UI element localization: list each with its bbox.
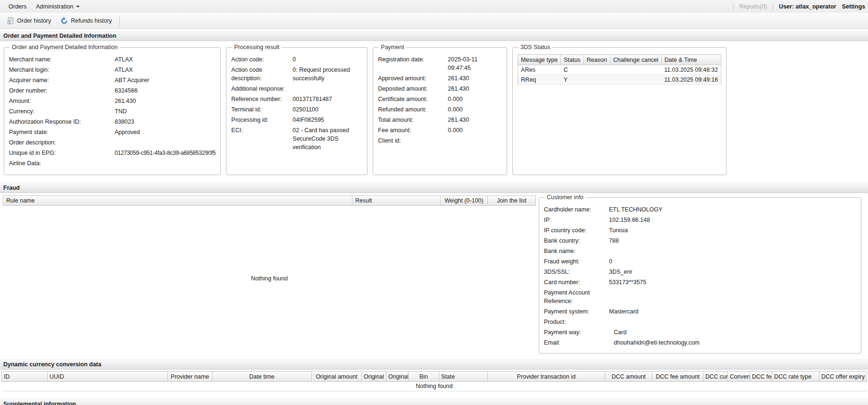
field-value: Card (609, 328, 856, 337)
field-value: 838023 (115, 118, 216, 126)
field-value: 04IF082595 (292, 116, 362, 124)
field-value: Tunisia (609, 226, 856, 235)
field-value: ATLAX (115, 55, 216, 64)
processing-result-rows: Action code:0 Action code description:0:… (231, 51, 362, 152)
customer-info-rows: Cardholder name:ETL TECHNOLOGY IP:102.15… (544, 202, 856, 347)
field-row: Payment system:Mastercard (544, 307, 856, 316)
fraud-table-header: Rule name Result Weight (0-100) Join the… (3, 195, 536, 206)
cell: C (561, 65, 584, 75)
customer-info-legend: Customer info (545, 194, 585, 201)
column-header: Status (561, 55, 584, 65)
field-label: Order number: (9, 86, 115, 95)
field-label: Currency: (9, 107, 115, 116)
field-row: 3DS/SSL:3DS_enr (544, 268, 856, 276)
field-row: Terminal id:02501100 (231, 105, 362, 114)
column-header: Original c (386, 371, 409, 382)
order-history-icon (7, 17, 14, 25)
column-header: ID (2, 371, 48, 382)
column-header: DCC curr (703, 371, 728, 382)
threeds-status-legend: 3DS Status (518, 44, 552, 51)
order-history-button[interactable]: Order history (3, 15, 55, 26)
field-label: Registration date: (378, 55, 448, 64)
fraud-table: Rule name Result Weight (0-100) Join the… (3, 193, 536, 351)
refunds-history-button[interactable]: Refunds history (57, 15, 116, 26)
field-row: Product: (544, 318, 856, 326)
order-history-label: Order history (17, 17, 51, 24)
column-header: State (439, 371, 488, 382)
column-header: Provider name (168, 371, 212, 382)
supplemental-section-title: Supplemental information (3, 401, 76, 405)
menu-orders-label: Orders (8, 3, 26, 10)
field-label: Additional response: (231, 84, 292, 93)
field-value: Mastercard (609, 307, 856, 316)
field-row: Acquirer name:ABT Acquirer (9, 76, 216, 84)
field-row: Currency:TND (9, 107, 216, 116)
field-value: 261.430 (115, 97, 216, 105)
fraud-section-header: Fraud (0, 183, 868, 193)
field-value: 788 (609, 236, 856, 245)
column-header: Join the list (488, 196, 535, 205)
field-row: Approved amount:261.430 (378, 74, 502, 83)
field-value: 001371781487 (292, 95, 362, 103)
separator (773, 3, 773, 10)
field-row: Refunded amount:0.000 (378, 105, 502, 114)
field-value: ATLAX (115, 66, 216, 74)
field-value: 261.430 (448, 74, 502, 83)
field-value: 261.430 (448, 116, 502, 124)
supplemental-section-header: Supplemental information (0, 399, 868, 405)
settings-link[interactable]: Settings (842, 3, 865, 10)
dcc-empty-row: Nothing found (2, 382, 867, 391)
field-label: Fraud weight: (544, 257, 609, 266)
processing-result-legend: Processing result (232, 44, 281, 51)
column-header: Date & Time (661, 55, 721, 65)
field-label: Refunded amount: (378, 105, 448, 114)
threeds-status-panel: 3DS Status Message type Status Reason Ch… (512, 44, 726, 175)
field-label: Action code: (231, 55, 292, 64)
table-row: ARes C 11.03.2025 09:48:32 (518, 65, 721, 75)
cell (610, 75, 661, 85)
menubar: Orders Administration Reports(0) User: a… (0, 0, 868, 13)
field-label: ECI: (231, 126, 292, 135)
field-row: Client id: (378, 136, 502, 145)
field-row: Action code description:0: Request proce… (231, 66, 362, 83)
chevron-down-icon (76, 6, 80, 8)
field-value: ABT Acquirer (115, 76, 216, 84)
field-label: Email: (544, 338, 609, 347)
current-user-label: User: atlax_operator (779, 3, 836, 10)
fraud-section: Rule name Result Weight (0-100) Join the… (0, 193, 868, 359)
menu-administration[interactable]: Administration (31, 3, 84, 10)
column-header: Provider transaction id (488, 371, 605, 382)
order-info-panel: Order and Payment Detailed Information M… (4, 44, 221, 175)
column-header: DCC rate type (772, 371, 819, 382)
main-section-header: Order and Payment Detailed Information (0, 31, 868, 41)
field-row: Order number:6324566 (9, 86, 216, 95)
menu-orders[interactable]: Orders (4, 3, 31, 10)
cell (584, 75, 610, 85)
cell (584, 65, 610, 75)
field-value: 102.159.66.148 (609, 216, 856, 224)
column-header: DCC amount (605, 371, 652, 382)
field-value: 533173**3575 (609, 278, 856, 287)
field-value: 261.430 (448, 84, 502, 93)
menu-administration-label: Administration (36, 3, 73, 10)
field-label: Card number: (544, 278, 609, 287)
field-label: Cardholder name: (544, 205, 609, 214)
field-value: ETL TECHNOLOGY (609, 205, 856, 214)
field-row: Payment Account Reference: (544, 288, 856, 305)
column-header: UUID (48, 371, 168, 382)
field-label: IP: (544, 216, 609, 224)
field-label: Action code description: (231, 66, 292, 83)
field-value: 3DS_enr (609, 268, 856, 276)
field-row: IP country code:Tunisia (544, 226, 856, 235)
order-info-rows: Merchant name:ATLAX Merchant login:ATLAX… (9, 51, 216, 168)
field-row: Merchant login:ATLAX (9, 66, 216, 74)
field-row: Action code:0 (231, 55, 362, 64)
field-value: 02 - Card has passed SecureCode 3DS veri… (292, 126, 362, 152)
field-row: Certificate amount:0.000 (378, 95, 502, 103)
field-row: IP:102.159.66.148 (544, 216, 856, 224)
field-row: Amount:261.430 (9, 97, 216, 105)
column-header: DCC fee (750, 371, 772, 382)
table-row: RReq Y 11.03.2025 09:49:16 (518, 75, 721, 85)
field-value: 02501100 (292, 105, 362, 114)
field-label: Amount: (9, 97, 115, 105)
